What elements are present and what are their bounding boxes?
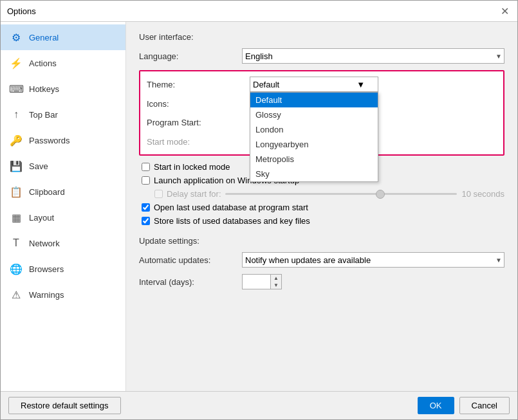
sidebar-label-network: Network: [29, 239, 60, 248]
sidebar: ⚙General⚡Actions⌨Hotkeys↑Top Bar🔑Passwor…: [1, 22, 126, 391]
sidebar-label-hotkeys: Hotkeys: [29, 84, 59, 94]
delay-slider-container: 10 seconds: [225, 189, 504, 199]
theme-row: Theme: Default ▼ Default Glossy London L…: [147, 77, 497, 92]
theme-section: Theme: Default ▼ Default Glossy London L…: [139, 70, 504, 156]
restore-defaults-button[interactable]: Restore default settings: [8, 397, 121, 414]
theme-dropdown: Default Glossy London Longyearbyen Metro…: [250, 92, 378, 182]
dialog-footer: Restore default settings OK Cancel: [1, 391, 517, 419]
delay-start-label: Delay start for:: [167, 189, 221, 199]
main-content: User interface: Language: English German…: [126, 22, 517, 391]
sidebar-item-passwords[interactable]: 🔑Passwords: [1, 127, 125, 153]
sidebar-icon-topbar: ↑: [10, 108, 23, 121]
theme-option-london[interactable]: London: [250, 122, 378, 137]
sidebar-label-topbar: Top Bar: [29, 110, 58, 120]
delay-slider-thumb: [376, 190, 385, 199]
store-lists-label: Store lists of used databases and key fi…: [154, 216, 310, 226]
open-last-db-row: Open last used database at program start: [139, 203, 504, 212]
theme-option-longyearbyen[interactable]: Longyearbyen: [250, 137, 378, 152]
sidebar-icon-browsers: 🌐: [10, 262, 23, 275]
sidebar-icon-clipboard: 📋: [10, 185, 23, 198]
sidebar-item-layout[interactable]: ▦Layout: [1, 205, 125, 230]
user-interface-section-title: User interface:: [139, 32, 504, 42]
theme-select-button[interactable]: Default ▼: [250, 77, 378, 92]
language-select-wrapper: English German French ▼: [242, 48, 504, 64]
delay-start-row: Delay start for: 10 seconds: [139, 189, 504, 199]
theme-select-wrapper: Default ▼ Default Glossy London Longyear…: [250, 77, 378, 92]
delay-value: 10 seconds: [462, 189, 505, 199]
interval-label: Interval (days):: [139, 277, 242, 287]
sidebar-icon-save: 💾: [10, 160, 23, 172]
language-label: Language:: [139, 51, 242, 61]
automatic-updates-select-wrapper: Notify when updates are available Never …: [242, 252, 504, 268]
sidebar-icon-hotkeys: ⌨: [10, 82, 23, 95]
sidebar-label-actions: Actions: [29, 59, 57, 68]
store-lists-checkbox[interactable]: [142, 217, 150, 225]
sidebar-icon-passwords: 🔑: [10, 134, 23, 147]
automatic-updates-row: Automatic updates: Notify when updates a…: [139, 252, 504, 268]
update-settings-title: Update settings:: [139, 236, 504, 246]
sidebar-item-hotkeys[interactable]: ⌨Hotkeys: [1, 76, 125, 102]
open-last-db-checkbox[interactable]: [142, 203, 150, 212]
start-locked-checkbox[interactable]: [142, 163, 150, 171]
sidebar-item-topbar[interactable]: ↑Top Bar: [1, 102, 125, 127]
start-locked-label: Start in locked mode: [154, 162, 230, 172]
sidebar-item-general[interactable]: ⚙General: [1, 24, 125, 50]
program-start-label: Program Start:: [147, 118, 250, 127]
dialog-title: Options: [7, 6, 36, 16]
sidebar-item-browsers[interactable]: 🌐Browsers: [1, 256, 125, 282]
dialog-body: ⚙General⚡Actions⌨Hotkeys↑Top Bar🔑Passwor…: [1, 22, 517, 391]
theme-option-glossy[interactable]: Glossy: [250, 107, 378, 122]
icons-label: Icons:: [147, 99, 250, 109]
theme-label: Theme:: [147, 80, 250, 89]
theme-dropdown-arrow: ▼: [356, 80, 365, 89]
sidebar-label-clipboard: Clipboard: [29, 187, 65, 197]
cancel-button[interactable]: Cancel: [459, 397, 510, 414]
ok-button[interactable]: OK: [418, 397, 454, 414]
interval-down-button[interactable]: ▼: [271, 282, 281, 289]
sidebar-label-general: General: [29, 33, 59, 42]
sidebar-icon-layout: ▦: [10, 211, 23, 224]
interval-spinner: ▲ ▼: [271, 274, 282, 289]
sidebar-item-warnings[interactable]: ⚠Warnings: [1, 282, 125, 307]
close-button[interactable]: ✕: [498, 5, 511, 17]
sidebar-label-passwords: Passwords: [29, 136, 70, 145]
sidebar-item-actions[interactable]: ⚡Actions: [1, 50, 125, 76]
sidebar-icon-warnings: ⚠: [10, 288, 23, 301]
automatic-updates-select[interactable]: Notify when updates are available Never …: [242, 252, 504, 268]
open-last-db-label: Open last used database at program start: [154, 203, 308, 212]
sidebar-icon-network: T: [10, 237, 23, 250]
theme-option-metropolis[interactable]: Metropolis: [250, 152, 378, 167]
interval-number-input[interactable]: 1: [242, 274, 271, 289]
sidebar-item-clipboard[interactable]: 📋Clipboard: [1, 179, 125, 205]
sidebar-item-network[interactable]: TNetwork: [1, 230, 125, 256]
interval-input-group: 1 ▲ ▼: [242, 274, 282, 289]
language-row: Language: English German French ▼: [139, 48, 504, 64]
options-dialog: Options ✕ ⚙General⚡Actions⌨Hotkeys↑Top B…: [0, 0, 518, 420]
sidebar-label-warnings: Warnings: [29, 290, 64, 300]
interval-row: Interval (days): 1 ▲ ▼: [139, 274, 504, 289]
title-bar: Options ✕: [1, 1, 517, 22]
automatic-updates-label: Automatic updates:: [139, 255, 242, 265]
language-select[interactable]: English German French: [242, 48, 504, 64]
update-settings-section: Update settings: Automatic updates: Noti…: [139, 236, 504, 289]
start-mode-label: Start mode:: [147, 137, 250, 147]
sidebar-label-browsers: Browsers: [29, 264, 64, 274]
launch-startup-checkbox[interactable]: [142, 176, 150, 185]
store-lists-row: Store lists of used databases and key fi…: [139, 216, 504, 226]
sidebar-item-save[interactable]: 💾Save: [1, 153, 125, 179]
footer-right-buttons: OK Cancel: [418, 397, 510, 414]
sidebar-icon-actions: ⚡: [10, 57, 23, 69]
interval-up-button[interactable]: ▲: [271, 275, 281, 282]
sidebar-label-save: Save: [29, 161, 48, 171]
theme-option-sky[interactable]: Sky: [250, 167, 378, 181]
delay-start-checkbox[interactable]: [154, 190, 163, 198]
theme-selected-value: Default: [253, 80, 279, 89]
sidebar-label-layout: Layout: [29, 213, 54, 223]
theme-option-default[interactable]: Default: [250, 93, 378, 107]
delay-slider[interactable]: [225, 193, 457, 195]
title-bar-left: Options: [7, 6, 36, 16]
sidebar-icon-general: ⚙: [10, 31, 23, 44]
